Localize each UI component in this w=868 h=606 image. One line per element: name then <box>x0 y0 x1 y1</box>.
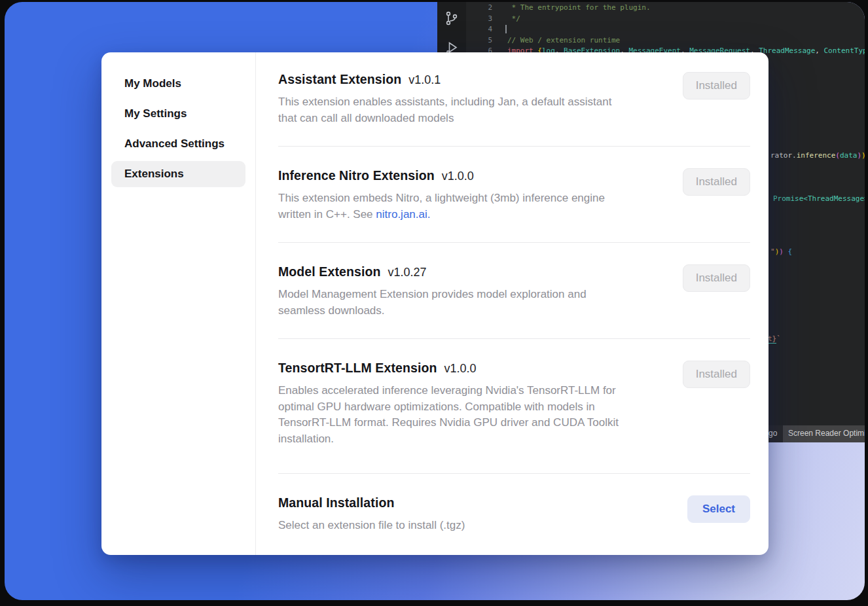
sidebar-item-label: My Settings <box>124 107 187 120</box>
sidebar-item-my-models[interactable]: My Models <box>111 71 245 97</box>
extension-description: This extension embeds Nitro, a lightweig… <box>278 190 605 223</box>
code-fragment: ")) { <box>770 247 792 257</box>
extension-title: Inference Nitro Extension <box>278 168 435 183</box>
extension-title-row: Inference Nitro Extension v1.0.0 <box>278 168 605 183</box>
code-token: ContentType <box>824 46 865 55</box>
extension-version: v1.0.0 <box>442 169 474 183</box>
extension-info: Manual Installation Select an extension … <box>278 495 465 534</box>
code-token: ) <box>779 247 787 256</box>
extension-title-row: TensortRT-LLM Extension v1.0.0 <box>278 361 619 376</box>
source-control-icon[interactable] <box>444 10 460 26</box>
installed-button[interactable]: Installed <box>683 72 750 99</box>
sidebar-item-extensions[interactable]: Extensions <box>111 161 245 187</box>
code-token: rator. <box>770 151 797 160</box>
code-token: t} <box>768 334 776 344</box>
extension-row: Model Extension v1.0.27 Model Management… <box>278 243 750 339</box>
extension-title-row: Assistant Extension v1.0.1 <box>278 72 611 87</box>
extension-description: Model Management Extension provides mode… <box>278 287 587 319</box>
settings-modal: My Models My Settings Advanced Settings … <box>101 52 769 555</box>
code-token: */ <box>507 14 520 23</box>
extension-description: Enables accelerated inference leveraging… <box>278 383 619 447</box>
extension-title: TensortRT-LLM Extension <box>278 361 437 376</box>
sidebar-item-advanced-settings[interactable]: Advanced Settings <box>111 131 245 157</box>
extension-description: This extension enables assistants, inclu… <box>278 94 611 126</box>
extension-title-row: Manual Installation <box>278 495 465 510</box>
sidebar-item-label: My Models <box>124 77 181 90</box>
code-token: inference <box>797 151 836 160</box>
code-token: ThreadMessage <box>759 46 815 55</box>
code-token: ThreadMessage <box>808 194 864 203</box>
code-token: { <box>788 247 793 256</box>
code-token: // Web / extension runtime <box>507 36 620 45</box>
extension-title-row: Model Extension v1.0.27 <box>278 264 587 279</box>
line-number: 5 <box>466 35 492 46</box>
screen-reader-optimize-status[interactable]: Screen Reader Optimize <box>783 425 865 442</box>
extensions-list: Assistant Extension v1.0.1 This extensio… <box>256 52 769 555</box>
extension-version: v1.0.1 <box>408 73 441 87</box>
sidebar-item-label: Extensions <box>124 168 184 180</box>
line-number: 3 <box>466 14 492 25</box>
editor-caret <box>505 25 507 33</box>
settings-sidebar: My Models My Settings Advanced Settings … <box>101 52 256 555</box>
extension-row: Manual Installation Select an extension … <box>278 474 750 554</box>
code-fragment: rator.inference(data)); <box>770 151 865 160</box>
code-token: " <box>770 247 775 256</box>
code-token: ( <box>835 151 840 160</box>
nitro-jan-ai-link[interactable]: nitro.jan.ai. <box>376 208 430 221</box>
extension-row: Inference Nitro Extension v1.0.0 This ex… <box>278 147 750 243</box>
code-token: < <box>803 194 808 203</box>
code-line: 3 */ <box>466 14 865 25</box>
code-line: 2 * The entrypoint for the plugin. <box>466 3 865 14</box>
extension-info: Assistant Extension v1.0.1 This extensio… <box>278 72 611 126</box>
app-window: 2 * The entrypoint for the plugin.3 */45… <box>5 2 865 600</box>
line-number: 2 <box>466 3 492 14</box>
select-file-button[interactable]: Select <box>687 495 750 523</box>
extension-row: Assistant Extension v1.0.1 This extensio… <box>278 52 750 147</box>
sidebar-item-my-settings[interactable]: My Settings <box>111 101 245 127</box>
code-token: > <box>864 194 865 203</box>
code-token: , <box>815 46 823 55</box>
sidebar-item-label: Advanced Settings <box>124 137 225 150</box>
code-line: 5// Web / extension runtime <box>466 35 865 46</box>
code-token: Promise <box>773 194 803 203</box>
installed-button[interactable]: Installed <box>683 264 750 292</box>
extension-title: Model Extension <box>278 264 380 279</box>
code-token: * The entrypoint for the plugin. <box>507 3 651 12</box>
code-token: ) <box>861 151 865 160</box>
extension-info: TensortRT-LLM Extension v1.0.0 Enables a… <box>278 361 619 447</box>
code-fragment: t}` <box>768 334 781 344</box>
extension-row: TensortRT-LLM Extension v1.0.0 Enables a… <box>278 339 750 474</box>
status-bar-text: go <box>769 429 777 438</box>
extension-info: Inference Nitro Extension v1.0.0 This ex… <box>278 168 605 223</box>
code-line: 4 <box>466 24 865 35</box>
extension-description: Select an extension file to install (.tg… <box>278 518 465 534</box>
code-token: ` <box>776 334 781 343</box>
code-lines: 2 * The entrypoint for the plugin.3 */45… <box>466 3 865 57</box>
extension-info: Model Extension v1.0.27 Model Management… <box>278 264 587 319</box>
installed-button[interactable]: Installed <box>683 168 750 196</box>
code-fragment: Promise<ThreadMessage> <box>773 194 865 204</box>
extension-version: v1.0.27 <box>388 266 426 279</box>
line-number: 4 <box>466 24 492 35</box>
extension-title: Assistant Extension <box>278 72 401 87</box>
installed-button[interactable]: Installed <box>683 361 750 388</box>
extension-version: v1.0.0 <box>444 362 476 376</box>
extension-title: Manual Installation <box>278 495 394 510</box>
code-token: data <box>840 151 858 160</box>
